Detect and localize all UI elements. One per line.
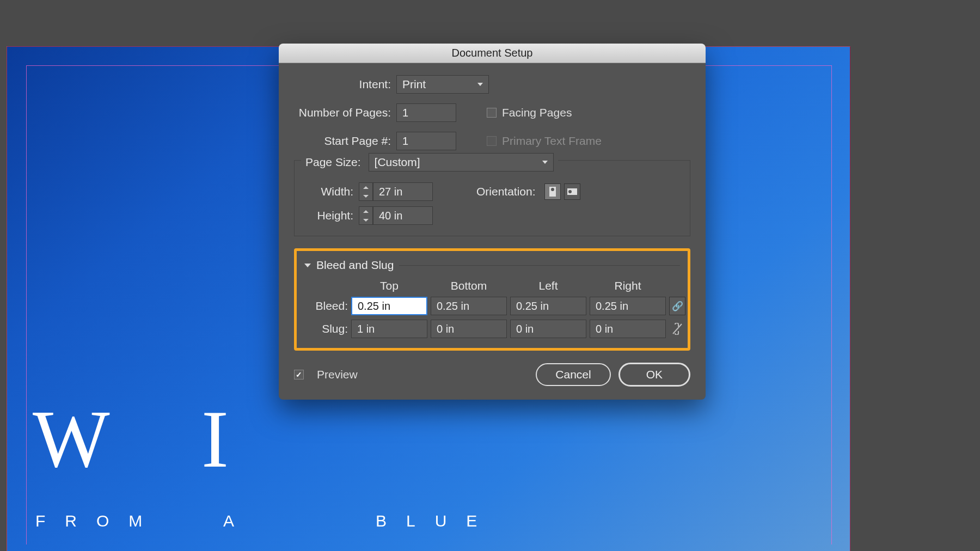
bleed-label: Bleed:	[304, 299, 348, 313]
slug-left-field[interactable]: 0 in	[510, 320, 586, 338]
preview-checkbox[interactable]	[294, 370, 304, 379]
primary-text-frame-checkbox	[487, 136, 497, 146]
landscape-icon	[567, 188, 577, 195]
bleed-right-value: 0.25 in	[596, 300, 628, 313]
col-right: Right	[590, 279, 666, 292]
bleed-slug-disclosure[interactable]: Bleed and Slug	[304, 259, 680, 272]
unlink-icon	[672, 323, 683, 335]
num-pages-field[interactable]: 1	[396, 103, 456, 122]
dialog-title: Document Setup	[452, 47, 533, 59]
slug-label: Slug:	[304, 322, 348, 335]
link-icon: 🔗	[672, 301, 683, 312]
slug-right-field[interactable]: 0 in	[590, 320, 666, 338]
start-page-field[interactable]: 1	[396, 132, 456, 150]
orientation-label: Orientation:	[476, 185, 536, 198]
page-size-label: Page Size:	[305, 156, 361, 169]
width-field[interactable]: 27 in	[373, 182, 433, 201]
col-bottom: Bottom	[431, 279, 507, 292]
num-pages-value: 1	[402, 107, 408, 119]
chevron-down-icon	[304, 264, 311, 267]
slug-link-toggle[interactable]	[669, 320, 685, 338]
bleed-left-value: 0.25 in	[516, 300, 549, 313]
svg-line-0	[673, 324, 682, 334]
bleed-right-field[interactable]: 0.25 in	[590, 297, 666, 315]
bleed-bottom-field[interactable]: 0.25 in	[431, 297, 507, 315]
intent-label: Intent:	[294, 78, 391, 91]
height-stepper[interactable]	[359, 206, 373, 225]
page-size-group: Page Size: [Custom] Width: 27 in Orienta…	[294, 160, 690, 236]
document-setup-dialog: Document Setup Intent: Print Number of P…	[279, 44, 706, 400]
canvas-glyph-w: W	[33, 392, 143, 486]
divider	[399, 265, 680, 266]
facing-pages-label: Facing Pages	[502, 106, 572, 119]
slug-top-field[interactable]: 1 in	[351, 320, 427, 338]
chevron-down-icon	[477, 83, 483, 86]
cancel-button[interactable]: Cancel	[536, 363, 610, 386]
col-left: Left	[510, 279, 586, 292]
arrow-up-icon	[363, 210, 369, 213]
arrow-up-icon	[363, 186, 369, 189]
bleed-left-field[interactable]: 0.25 in	[510, 297, 586, 315]
col-top: Top	[351, 279, 427, 292]
orientation-landscape-button[interactable]	[564, 183, 580, 200]
bleed-top-field[interactable]: 0.25 in	[351, 297, 427, 315]
slug-right-value: 0 in	[596, 323, 613, 335]
portrait-icon	[549, 187, 556, 197]
intent-value: Print	[402, 78, 426, 91]
ok-label: OK	[646, 368, 663, 381]
canvas-word-blue: BLUE	[376, 512, 497, 530]
width-value: 27 in	[379, 186, 402, 198]
slug-top-value: 1 in	[357, 323, 375, 335]
bleed-slug-highlight: Bleed and Slug Top Bottom Left Right Ble…	[294, 248, 690, 351]
canvas-glyph-i: I	[201, 392, 261, 486]
height-label: Height:	[304, 209, 353, 222]
facing-pages-checkbox[interactable]	[487, 108, 497, 118]
start-page-value: 1	[402, 135, 408, 148]
start-page-label: Start Page #:	[294, 134, 391, 148]
bleed-slug-title: Bleed and Slug	[316, 259, 394, 272]
page-size-dropdown[interactable]: [Custom]	[369, 153, 554, 172]
cancel-label: Cancel	[555, 368, 591, 381]
num-pages-label: Number of Pages:	[294, 106, 391, 119]
height-field[interactable]: 40 in	[373, 206, 433, 225]
ok-button[interactable]: OK	[618, 363, 690, 387]
bleed-top-value: 0.25 in	[358, 300, 390, 313]
preview-label: Preview	[317, 368, 358, 381]
slug-bottom-value: 0 in	[437, 323, 454, 335]
primary-text-frame-label: Primary Text Frame	[502, 134, 602, 148]
width-label: Width:	[304, 185, 353, 198]
width-stepper[interactable]	[359, 182, 373, 201]
dialog-titlebar[interactable]: Document Setup	[279, 44, 706, 63]
intent-dropdown[interactable]: Print	[396, 75, 489, 94]
arrow-down-icon	[363, 195, 369, 198]
bleed-link-toggle[interactable]: 🔗	[669, 297, 685, 315]
slug-bottom-field[interactable]: 0 in	[431, 320, 507, 338]
canvas-word-a: A	[223, 512, 254, 530]
chevron-down-icon	[542, 161, 548, 164]
orientation-portrait-button[interactable]	[544, 183, 561, 200]
canvas-word-from: FROM	[35, 512, 162, 530]
arrow-down-icon	[363, 219, 369, 222]
height-value: 40 in	[379, 210, 402, 222]
slug-left-value: 0 in	[516, 323, 534, 335]
page-size-value: [Custom]	[375, 156, 420, 169]
bleed-bottom-value: 0.25 in	[437, 300, 469, 313]
